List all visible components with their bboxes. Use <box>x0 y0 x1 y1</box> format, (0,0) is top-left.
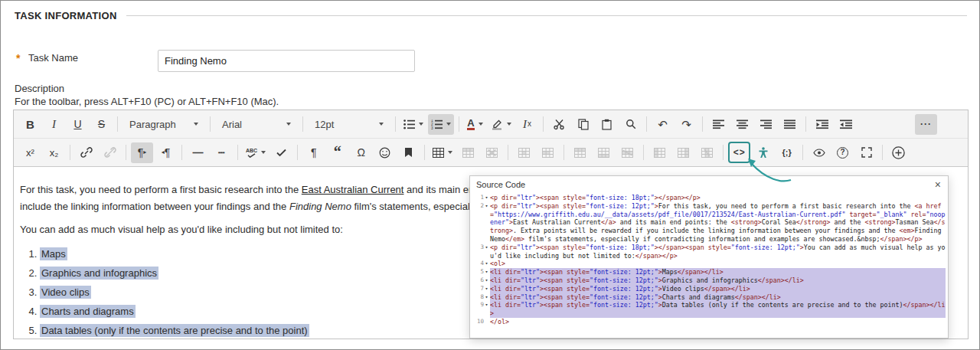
content-link[interactable]: East Australian Current <box>302 184 404 195</box>
show-paragraph-marks-button[interactable]: ¶ <box>302 142 325 163</box>
show-more-toolbar-button[interactable]: ··· <box>915 114 937 135</box>
strikethrough-button[interactable]: S <box>90 114 113 135</box>
fold-arrow-icon[interactable]: ▾ <box>484 260 489 268</box>
insert-column-before-icon <box>654 148 665 158</box>
insert-link-button[interactable] <box>75 142 97 163</box>
fold-arrow-icon[interactable]: ▾ <box>484 268 489 276</box>
fold-arrow-icon[interactable]: ▾ <box>484 285 489 293</box>
checkmark-button[interactable] <box>270 142 292 163</box>
anchor-button[interactable] <box>397 142 420 163</box>
fold-arrow-icon[interactable]: ▾ <box>484 244 489 252</box>
cut-button[interactable] <box>548 114 570 135</box>
rtl-paragraph-icon: ◂¶ <box>162 147 171 158</box>
code-line: 10</ol> <box>472 318 946 326</box>
numbered-list-button[interactable]: 123 <box>428 114 454 135</box>
chevron-down-icon <box>194 123 198 126</box>
undo-icon: ↶ <box>658 119 668 130</box>
outdent-button[interactable] <box>835 114 857 135</box>
toolbar-hint: For the toolbar, press ALT+F10 (PC) or A… <box>15 96 279 107</box>
chevron-down-icon <box>507 123 511 126</box>
line-number: 6▾ <box>472 276 490 285</box>
subscript-button[interactable]: x₂ <box>43 142 65 163</box>
align-left-button[interactable] <box>707 114 730 135</box>
paragraph-style-select[interactable]: Paragraph <box>122 114 205 135</box>
clear-formatting-button[interactable]: Ix <box>516 114 538 135</box>
line-number: 7▾ <box>472 285 490 293</box>
text-color-button[interactable]: A <box>464 114 486 135</box>
help-button[interactable]: ? <box>831 142 854 163</box>
cell-properties-icon <box>518 148 530 158</box>
right-to-left-button[interactable]: ◂¶ <box>155 142 177 163</box>
fold-arrow-icon[interactable]: ▾ <box>484 202 489 211</box>
paste-button[interactable] <box>596 114 618 135</box>
redo-button[interactable]: ↷ <box>675 114 697 135</box>
toolbar-row-1: BIUSParagraphArial12pt123AIx↶↷··· <box>14 110 968 138</box>
code-line: 3▾<p dir="ltr"><span style="font-size: 1… <box>472 244 946 260</box>
toolbar-separator <box>508 145 508 160</box>
toolbar-separator <box>459 116 459 132</box>
left-to-right-button[interactable]: ¶▸ <box>131 142 153 163</box>
spellcheck-button[interactable]: ABC <box>243 142 269 163</box>
code-line: 9▾<li dir="ltr"><span style="font-size: … <box>472 301 946 318</box>
indent-button[interactable] <box>811 114 833 135</box>
code-text: <li dir="ltr"><span style="font-size: 12… <box>490 268 946 276</box>
delete-row-button <box>616 142 639 163</box>
emoticons-button[interactable] <box>374 142 396 163</box>
italic-button[interactable]: I <box>43 114 65 135</box>
link-icon <box>80 146 93 159</box>
undo-button[interactable]: ↶ <box>652 114 674 135</box>
omega-icon: Ω <box>357 147 364 158</box>
code-line: 6▾<li dir="ltr"><span style="font-size: … <box>472 276 946 285</box>
code-sample-button[interactable]: {;} <box>776 142 798 163</box>
toolbar-separator <box>70 145 70 160</box>
align-center-button[interactable] <box>731 114 753 135</box>
line-number: 1▾ <box>472 194 490 202</box>
font-family-select[interactable]: Arial <box>215 114 298 135</box>
bold-button[interactable]: B <box>19 114 41 135</box>
fullscreen-button[interactable] <box>855 142 877 163</box>
page-break-button[interactable]: ┄ <box>211 142 233 163</box>
superscript-button[interactable]: x² <box>19 142 41 163</box>
add-content-button[interactable] <box>887 142 910 163</box>
required-marker: * <box>16 52 20 64</box>
bullet-list-button[interactable] <box>400 114 426 135</box>
code-text: <p dir="ltr"><span style="font-size: 18p… <box>490 194 946 202</box>
table-button[interactable] <box>430 142 456 163</box>
code-sample-icon: {;} <box>782 149 792 157</box>
chevron-down-icon <box>286 123 291 126</box>
fold-arrow-icon[interactable]: ▾ <box>484 194 489 202</box>
delete-table-button <box>481 142 503 163</box>
bullet-list-icon <box>403 119 415 129</box>
section-header: TASK INFORMATION <box>15 10 967 21</box>
redo-icon: ↷ <box>681 119 691 130</box>
align-right-icon <box>760 119 772 129</box>
blockquote-button[interactable]: “ <box>326 142 348 163</box>
close-icon[interactable]: × <box>931 178 945 191</box>
font-size-select[interactable]: 12pt <box>308 114 390 135</box>
toolbar-separator <box>564 145 564 160</box>
horizontal-line-button[interactable]: ― <box>187 142 209 163</box>
fold-arrow-icon[interactable]: ▾ <box>484 301 489 309</box>
text-color-icon: A <box>467 118 474 131</box>
checkmark-icon <box>276 149 286 157</box>
underline-button[interactable]: U <box>67 114 89 135</box>
source-code-button[interactable]: <> <box>728 142 750 163</box>
toolbar-label: 12pt <box>315 119 334 130</box>
preview-button[interactable] <box>808 142 830 163</box>
toolbar-label: Arial <box>222 119 242 130</box>
code-editor[interactable]: 1▾<p dir="ltr"><span style="font-size: 1… <box>472 194 946 335</box>
chevron-down-icon <box>379 123 384 126</box>
delete-table-icon <box>486 148 498 158</box>
align-right-button[interactable] <box>755 114 777 135</box>
fold-arrow-icon[interactable]: ▾ <box>484 276 489 285</box>
special-character-button[interactable]: Ω <box>350 142 372 163</box>
fold-arrow-icon[interactable]: ▾ <box>484 293 489 302</box>
highlight-color-button[interactable] <box>488 114 514 135</box>
code-text: <p dir="ltr"><span style="font-size: 12p… <box>490 202 946 244</box>
task-name-input[interactable] <box>158 50 415 72</box>
align-justify-button[interactable] <box>779 114 801 135</box>
code-text: </ol> <box>490 318 946 326</box>
find-replace-button[interactable] <box>619 114 642 135</box>
accessibility-checker-button[interactable] <box>752 142 774 163</box>
copy-button[interactable] <box>572 114 594 135</box>
